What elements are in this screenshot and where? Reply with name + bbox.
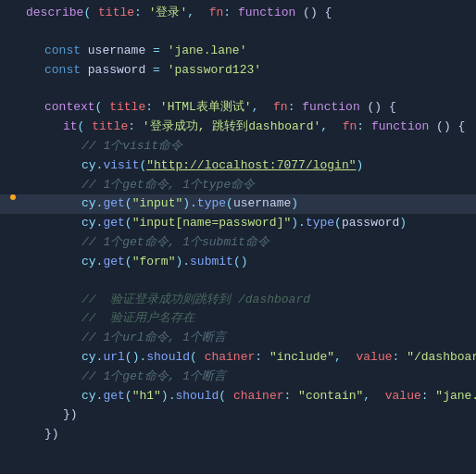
code-content: it( title: '登录成功, 跳转到dashboard', fn: fun… bbox=[26, 118, 469, 137]
token-comment: // 1个get命令, 1个断言 bbox=[81, 369, 226, 383]
token-punct: : bbox=[393, 350, 407, 364]
token-method: type bbox=[197, 196, 226, 210]
token-plain: password bbox=[342, 216, 399, 230]
token-punct: : bbox=[284, 389, 299, 403]
code-line: // 1个visit命令 bbox=[0, 137, 476, 156]
token-comment: // 1个url命令, 1个断言 bbox=[81, 331, 226, 344]
token-comment: // 1个visit命令 bbox=[81, 139, 182, 153]
token-punct: ). bbox=[175, 255, 190, 268]
token-kw-const: const bbox=[44, 44, 81, 57]
token-plain bbox=[160, 44, 168, 57]
token-plain: () { bbox=[360, 100, 396, 114]
code-content: context( title: 'HTML表单测试', fn: function… bbox=[26, 98, 469, 118]
token-punct: ( bbox=[334, 216, 342, 230]
code-line: it( title: '登录成功, 跳转到dashboard', fn: fun… bbox=[0, 118, 476, 137]
token-kw-describe: context bbox=[44, 100, 95, 114]
token-punct: ( bbox=[125, 216, 132, 230]
token-method: get bbox=[103, 196, 124, 210]
token-fn-kw: function bbox=[371, 119, 429, 133]
token-plain: username bbox=[81, 44, 153, 57]
code-content: // 1个visit命令 bbox=[26, 137, 469, 156]
code-content: cy.url().should( chainer: "include", val… bbox=[26, 348, 476, 368]
token-plain: }) bbox=[44, 427, 59, 441]
token-kw-describe: describe bbox=[26, 6, 83, 19]
token-punct: ). bbox=[182, 196, 197, 210]
code-content: cy.get("h1").should( chainer: "contain",… bbox=[26, 387, 476, 406]
token-punct: , bbox=[334, 350, 356, 364]
token-punct: ( bbox=[219, 389, 233, 403]
token-plain: username bbox=[233, 196, 291, 210]
code-content: cy.get("input").type(username) bbox=[26, 194, 469, 214]
token-punct: = bbox=[153, 44, 160, 57]
token-plain bbox=[160, 63, 168, 77]
token-punct: ( bbox=[78, 119, 93, 133]
token-str: "input" bbox=[132, 196, 183, 210]
code-line: // 1个get命令, 1个断言 bbox=[0, 368, 476, 387]
token-punct: : bbox=[134, 6, 149, 19]
token-comment-zh: // 验证用户名存在 bbox=[81, 311, 194, 325]
code-content: const password = 'password123' bbox=[26, 61, 469, 81]
code-line: describe( title: '登录', fn: function () { bbox=[0, 4, 476, 23]
token-punct: , bbox=[320, 119, 342, 133]
token-str: "/dashboard" bbox=[407, 350, 476, 364]
token-param: fn bbox=[273, 100, 288, 114]
token-punct: ( bbox=[95, 100, 110, 114]
token-param: value bbox=[357, 350, 393, 364]
token-punct: ( bbox=[125, 255, 132, 268]
token-punct: : bbox=[255, 350, 269, 364]
code-line: cy.get("form").submit() bbox=[0, 253, 476, 272]
token-method: type bbox=[306, 216, 334, 230]
token-plain: () { bbox=[295, 6, 332, 19]
code-content: // 1个get命令, 1个断言 bbox=[26, 368, 469, 387]
code-line: cy.visit("http://localhost:7077/login") bbox=[0, 156, 476, 176]
token-punct: ) bbox=[357, 158, 364, 172]
token-fn-kw: function bbox=[302, 100, 359, 114]
token-str: 'password123' bbox=[168, 63, 261, 77]
token-cy: cy bbox=[81, 216, 96, 230]
token-param: fn bbox=[209, 6, 224, 19]
token-method: should bbox=[146, 350, 190, 364]
token-method: get bbox=[103, 389, 124, 403]
token-punct: : bbox=[421, 389, 436, 403]
code-line: // 1个get命令, 1个submit命令 bbox=[0, 233, 476, 253]
token-punct: ) bbox=[291, 196, 298, 210]
token-plain: password bbox=[81, 63, 153, 77]
token-str: '登录' bbox=[149, 6, 188, 19]
code-line bbox=[0, 23, 476, 42]
token-cy: cy bbox=[81, 255, 96, 268]
token-kw-const: const bbox=[44, 63, 81, 77]
token-punct: : bbox=[357, 119, 371, 133]
token-comment: // 1个get命令, 1个submit命令 bbox=[81, 235, 269, 249]
code-line: }) bbox=[0, 405, 476, 425]
token-param: title bbox=[92, 119, 128, 133]
token-str: '登录成功, 跳转到dashboard' bbox=[143, 119, 320, 133]
token-param: chainer bbox=[233, 389, 284, 403]
token-method: get bbox=[103, 255, 124, 268]
token-plain: }) bbox=[63, 407, 78, 421]
token-punct: ( bbox=[226, 196, 233, 210]
token-comment: // 1个get命令, 1个type命令 bbox=[81, 178, 255, 192]
token-cy: cy bbox=[81, 196, 96, 210]
code-content: cy.get("form").submit() bbox=[26, 253, 469, 272]
code-line: cy.url().should( chainer: "include", val… bbox=[0, 348, 476, 368]
breakpoint-dot bbox=[10, 194, 16, 200]
code-content: cy.get("input[name=password]").type(pass… bbox=[26, 214, 469, 233]
token-method: should bbox=[175, 389, 219, 403]
token-param: chainer bbox=[205, 350, 256, 364]
code-line: cy.get("input").type(username) bbox=[0, 194, 476, 214]
token-cy: cy bbox=[81, 350, 96, 364]
token-punct: : bbox=[223, 6, 238, 19]
token-str-link: "http://localhost:7077/login" bbox=[146, 158, 356, 172]
token-param: value bbox=[385, 389, 421, 403]
token-punct: ( bbox=[125, 389, 132, 403]
code-editor: describe( title: '登录', fn: function () {… bbox=[0, 0, 476, 448]
code-line: }) bbox=[0, 425, 476, 444]
code-line: // 1个url命令, 1个断言 bbox=[0, 329, 476, 348]
code-content: }) bbox=[26, 405, 469, 425]
token-punct: ) bbox=[399, 216, 407, 230]
code-line: cy.get("input[name=password]").type(pass… bbox=[0, 214, 476, 233]
code-line: // 1个get命令, 1个type命令 bbox=[0, 176, 476, 195]
code-content: }) bbox=[26, 425, 469, 444]
token-param: title bbox=[109, 100, 145, 114]
token-punct: ). bbox=[291, 216, 306, 230]
